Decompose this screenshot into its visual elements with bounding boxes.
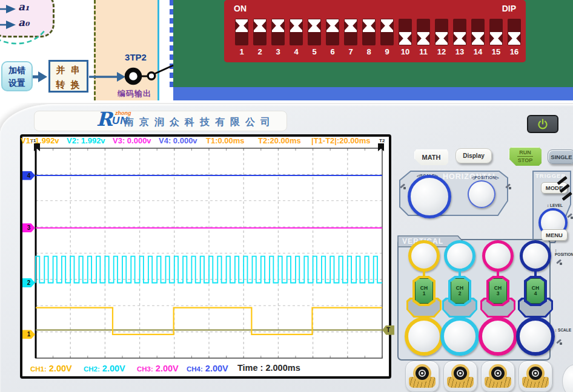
run-label: RUN	[519, 149, 531, 155]
screwdriver-icon	[400, 183, 406, 189]
dip-switch-slider[interactable]	[254, 19, 266, 32]
ch-button-number: 3	[497, 291, 500, 296]
bnc-center-pin	[421, 372, 423, 374]
virtual-lab-screen: R UN zhong 南京润众科技有限公司 T1 T2 Time : 2.000…	[0, 0, 573, 392]
ch3-position-knob[interactable]	[482, 240, 514, 272]
ch4-button-face: CH4	[526, 278, 545, 304]
dip-switch-3[interactable]	[271, 19, 285, 45]
dip-switch-slider[interactable]	[345, 19, 357, 32]
dip-switch-number: 6	[323, 47, 342, 56]
dip-switch-slider[interactable]	[490, 32, 502, 45]
screwdriver-icon	[556, 259, 562, 265]
channel-readout-value: 2.00V	[102, 364, 125, 373]
ch4-button[interactable]: CH4	[524, 276, 547, 306]
ch3-scale-knob[interactable]	[479, 317, 517, 356]
dip-switch-number: 9	[377, 47, 397, 56]
signal-a1-label: a₁	[18, 1, 29, 13]
ch1-position-knob[interactable]	[408, 240, 440, 272]
dip-switch-1[interactable]	[235, 19, 248, 45]
dip-switch-slider[interactable]	[290, 19, 302, 32]
dip-switch-slider[interactable]	[454, 32, 466, 45]
ch1-button-face: CH1	[415, 278, 433, 304]
time-readout: Time : 2.000ms	[237, 363, 300, 373]
dip-switch-9[interactable]	[380, 19, 394, 45]
zone-divider-line	[157, 0, 159, 100]
ch3-bnc-connector[interactable]	[481, 361, 515, 392]
ch3-button[interactable]: CH3	[486, 276, 509, 306]
dip-switch-number: 3	[268, 47, 288, 56]
dip-switch-slider[interactable]	[272, 19, 284, 32]
power-button[interactable]	[527, 115, 558, 133]
ch2-position-knob[interactable]	[444, 240, 475, 272]
circuit-diagram-section: a₁ a₀ 加错 设置 并 串 转 换 3TP2 编码输出 ON DIP 123…	[0, 0, 573, 103]
dip-switch-4[interactable]	[290, 19, 303, 45]
dip-switch-12[interactable]	[435, 19, 448, 45]
trigger-title: TRIGGER	[535, 172, 566, 179]
dip-switch-slider[interactable]	[417, 32, 429, 45]
dip-switch-10[interactable]	[399, 19, 412, 45]
trigger-menu-button[interactable]: MENU	[541, 229, 568, 241]
dip-switch-number: 5	[305, 47, 324, 56]
brand-logo: R	[96, 108, 113, 131]
ch1-bnc-connector[interactable]	[405, 361, 439, 392]
dip-switch-slider[interactable]	[472, 32, 484, 45]
parallel-serial-converter-box: 并 串 转 换	[48, 60, 88, 93]
dip-switch-7[interactable]	[344, 19, 357, 45]
brand-bar: R UN zhong 南京润众科技有限公司	[34, 111, 287, 131]
dip-switch-13[interactable]	[453, 19, 466, 45]
dip-switch-14[interactable]	[471, 19, 485, 45]
screwdriver-icon	[505, 183, 511, 189]
ch4-scale-knob[interactable]	[516, 317, 555, 356]
ch4-position-knob[interactable]	[520, 240, 551, 272]
dip-switch-slider[interactable]	[308, 19, 320, 32]
scope-screen	[20, 134, 391, 379]
measurement-2: V3: 0.000v	[113, 136, 151, 145]
dip-switch-slider[interactable]	[363, 19, 375, 32]
single-button[interactable]: SINGLE	[548, 149, 573, 164]
cursor-t2-label: T2	[379, 138, 385, 143]
dip-switch-slider[interactable]	[381, 19, 393, 32]
horizontal-position-knob[interactable]	[468, 180, 495, 208]
channel-readout-value: 2.00V	[205, 364, 228, 373]
ch2-bnc-connector[interactable]	[443, 361, 477, 392]
dip-switch-number: 14	[468, 47, 488, 56]
ch1-scale-knob[interactable]	[405, 317, 443, 356]
dip-switch-slider[interactable]	[326, 19, 339, 32]
run-stop-button[interactable]: RUN STOP	[509, 147, 542, 166]
power-icon	[537, 118, 549, 130]
ch-button-number: 2	[459, 291, 462, 296]
ch2-scale-knob[interactable]	[440, 317, 479, 356]
diagram-output-zone	[94, 0, 158, 100]
ch1-button[interactable]: CH1	[412, 276, 436, 306]
encoded-output-label: 编码输出	[111, 88, 157, 99]
math-button[interactable]: MATH	[414, 149, 448, 165]
horizontal-scale-knob[interactable]	[408, 175, 451, 218]
dip-switch-slider[interactable]	[236, 19, 248, 32]
display-button[interactable]: Display	[455, 148, 492, 163]
dip-switch-16[interactable]	[508, 19, 521, 45]
error-setting-button[interactable]: 加错 设置	[1, 61, 33, 91]
channel-readout-4: CH4:2.00V	[187, 363, 228, 374]
measurement-6: |T1-T2|:20.00ms	[311, 136, 371, 145]
dip-switch-11[interactable]	[417, 19, 430, 45]
run-stop-divider	[517, 156, 533, 157]
channel-readout-1: CH1:2.00V	[30, 363, 72, 374]
company-name: 南京润众科技有限公司	[124, 116, 276, 129]
dip-switch-8[interactable]	[362, 19, 376, 45]
dip-switch-slider[interactable]	[436, 32, 448, 45]
dip-switch-slider[interactable]	[399, 32, 411, 45]
ch-button-number: 1	[423, 291, 426, 296]
ch2-button[interactable]: CH2	[448, 276, 471, 306]
dip-switch-number: 4	[286, 47, 306, 56]
dip-switch-6[interactable]	[326, 19, 339, 45]
signal-a0-label: a₀	[18, 16, 29, 28]
dip-switch-5[interactable]	[308, 19, 321, 45]
dip-switch-bank: ON DIP 12345678910111213141516	[224, 0, 526, 62]
ch2-button-face: CH2	[451, 278, 469, 304]
dip-switch-15[interactable]	[489, 19, 503, 45]
horizontal-position-label: ◁POSITION▷	[471, 175, 499, 180]
measurement-0: V1: 1.992v	[21, 136, 59, 145]
dip-switch-2[interactable]	[253, 19, 267, 45]
dip-switch-slider[interactable]	[508, 32, 520, 45]
ch4-bnc-connector[interactable]	[518, 361, 552, 392]
